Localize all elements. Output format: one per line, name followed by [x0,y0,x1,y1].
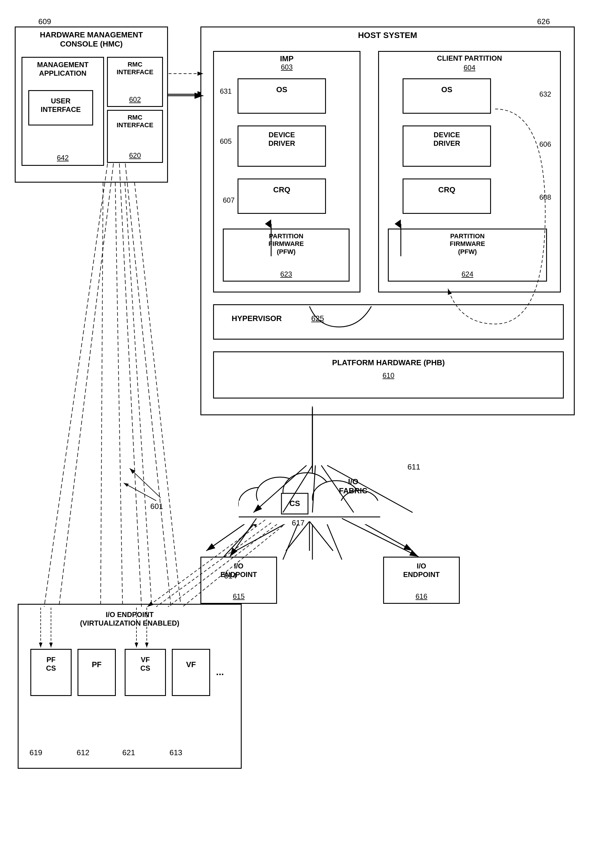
svg-line-29 [254,466,306,512]
ref-609: 609 [38,17,51,26]
rmc-602-box: RMCINTERFACE 602 [107,57,163,107]
cloud-to-endpoints [280,521,339,560]
ref-603: 603 [214,63,360,71]
device-driver-client-label: DEVICEDRIVER [404,131,490,148]
hmc-outer-box: HARDWARE MANAGEMENTCONSOLE (HMC) MANAGEM… [15,26,168,183]
ref-631: 631 [220,87,232,96]
host-system-box: HOST SYSTEM IMP 603 OS 631 DEVICEDRIVER … [200,26,575,415]
vf-cs-box: VFCS [125,649,166,696]
ref-608: 608 [540,193,551,202]
io-endpoint-616-label: I/OENDPOINT [384,562,459,579]
ref-626: 626 [537,17,550,26]
crq-imp-box: CRQ [238,179,326,214]
vf-cs-label: VFCS [125,656,165,673]
vf-box: VF [172,649,210,696]
ref-619-label: 619 [29,748,42,757]
ref-614: 614 [224,571,237,581]
hypervisor-box: HYPERVISOR 625 [213,304,564,339]
os-client-box: OS [403,79,491,114]
svg-line-37 [309,521,333,551]
rmc-602-label: RMCINTERFACE [108,61,162,76]
ref-604: 604 [379,64,560,72]
ref-612-label: 612 [77,748,89,757]
svg-line-43 [124,483,156,501]
user-interface-label: USERINTERFACE [29,97,92,114]
ref-615: 615 [201,592,276,601]
svg-line-31 [312,466,315,512]
imp-label: IMP [214,54,360,63]
ref-624: 624 [389,270,546,278]
rmc-620-label: RMCINTERFACE [108,114,162,129]
io-endpoint-616-box: I/OENDPOINT 616 [383,557,460,604]
pf-cs-label: PFCS [31,656,71,673]
pfw-imp-box: PARTITIONFIRMWARE(PFW) 623 [223,228,349,282]
os-imp-label: OS [238,85,325,94]
vf-label: VF [173,660,209,669]
ref-605: 605 [220,137,232,145]
pfw-client-label: PARTITIONFIRMWARE(PFW) [389,233,546,256]
virt-arrows [19,605,243,652]
hypervisor-label: HYPERVISOR [232,314,282,323]
hmc-label: HARDWARE MANAGEMENTCONSOLE (HMC) [15,30,167,49]
svg-line-32 [321,466,354,512]
ref-613-label: 613 [170,748,182,757]
io-endpoint-615-label: I/OENDPOINT [201,562,276,579]
io-endpoint-virt-outer: I/O ENDPOINT(VIRTUALIZATION ENABLED) PFC… [18,604,242,769]
ref-606: 606 [540,140,551,148]
phb-box: PLATFORM HARDWARE (PHB) 610 [213,352,564,398]
device-driver-imp-box: DEVICEDRIVER [238,125,326,167]
ref-601-area: 601 [118,477,171,517]
ref-601: 601 [150,502,203,511]
mgmt-app-box: MANAGEMENTAPPLICATION USERINTERFACE 642 [22,57,104,166]
ref-621-label: 621 [122,748,135,757]
ref-602: 602 [108,96,162,104]
device-driver-client-box: DEVICEDRIVER [403,125,491,167]
ref-610: 610 [214,372,563,380]
ref-642: 642 [22,154,103,162]
ref-632: 632 [540,90,551,99]
diagram: 609 HARDWARE MANAGEMENTCONSOLE (HMC) MAN… [0,0,603,868]
device-driver-imp-label: DEVICEDRIVER [238,131,325,148]
crq-client-box: CRQ [403,179,491,214]
client-partition-box: CLIENT PARTITION 604 OS 632 DEVICEDRIVER… [378,51,561,293]
ref-620: 620 [108,151,162,160]
svg-line-35 [286,521,309,551]
os-client-label: OS [404,85,490,94]
pfw-imp-label: PARTITIONFIRMWARE(PFW) [224,233,349,256]
client-partition-label: CLIENT PARTITION [379,54,560,63]
crq-imp-label: CRQ [238,185,325,194]
pf-box: PF [77,649,116,696]
os-imp-box: OS [238,79,326,114]
ref-625: 625 [311,314,324,323]
svg-line-30 [283,466,312,512]
pf-cs-box: PFCS [30,649,72,696]
ref-623: 623 [224,270,349,278]
user-interface-box: USERINTERFACE [28,90,93,125]
imp-box: IMP 603 OS 631 DEVICEDRIVER 605 CRQ 607 … [213,51,360,293]
mgmt-app-label: MANAGEMENTAPPLICATION [22,61,103,78]
svg-line-33 [327,466,413,512]
pfw-client-box: PARTITIONFIRMWARE(PFW) 624 [388,228,547,282]
phb-label: PLATFORM HARDWARE (PHB) [214,358,563,367]
ref-616: 616 [384,592,459,601]
io-endpoint-615-box: I/OENDPOINT 615 [200,557,277,604]
crq-client-label: CRQ [404,185,490,194]
pf-label: PF [78,660,115,669]
rmc-620-box: RMCINTERFACE 620 [107,110,163,163]
host-system-label: HOST SYSTEM [201,30,574,40]
ref-607: 607 [223,196,235,204]
